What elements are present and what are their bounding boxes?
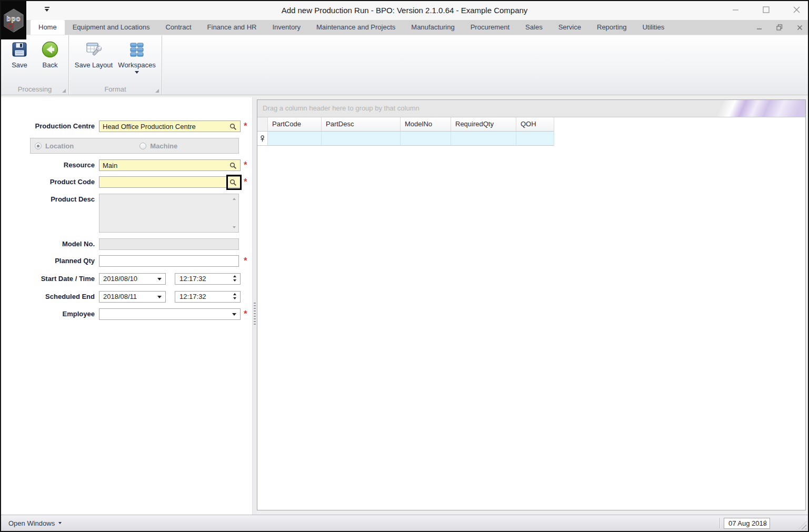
product-desc-label: Product Desc bbox=[1, 194, 95, 205]
planned-qty-field[interactable] bbox=[99, 255, 239, 267]
scheduled-end-date-value: 2018/08/11 bbox=[99, 292, 165, 302]
tab-maintenance-and-projects[interactable]: Maintenance and Projects bbox=[308, 20, 403, 35]
production-centre-input[interactable] bbox=[99, 121, 240, 132]
column-header-requiredqty[interactable]: RequiredQty bbox=[451, 117, 516, 132]
search-icon[interactable] bbox=[228, 178, 238, 187]
window-title: Add new Production Run - BPO: Version 2.… bbox=[1, 6, 808, 15]
tab-finance-and-hr[interactable]: Finance and HR bbox=[199, 20, 265, 35]
spin-down-icon[interactable] bbox=[233, 297, 236, 299]
workspaces-button[interactable]: Workspaces bbox=[115, 37, 158, 83]
tab-utilities[interactable]: Utilities bbox=[634, 20, 672, 35]
open-windows-label: Open Windows bbox=[8, 519, 55, 527]
filter-cell-partdesc[interactable] bbox=[322, 132, 401, 146]
mdi-close-icon[interactable] bbox=[797, 25, 803, 31]
machine-radio-label: Machine bbox=[150, 142, 177, 150]
production-centre-field[interactable] bbox=[99, 121, 241, 132]
required-marker: * bbox=[244, 308, 247, 320]
open-windows-button[interactable]: Open Windows bbox=[8, 519, 62, 527]
filter-row-indicator bbox=[257, 132, 268, 146]
column-header-modelno[interactable]: ModelNo bbox=[401, 117, 451, 132]
start-date-time-label: Start Date / Time bbox=[1, 273, 95, 285]
machine-radio[interactable]: Machine bbox=[139, 142, 177, 150]
status-date-value: 07 Aug 2018 bbox=[724, 518, 770, 528]
mdi-restore-icon[interactable] bbox=[776, 24, 783, 31]
tab-sales[interactable]: Sales bbox=[517, 20, 551, 35]
spin-up-icon[interactable] bbox=[764, 520, 767, 522]
start-time-spinner[interactable]: 12:17:32 bbox=[175, 273, 241, 285]
filter-cell-partcode[interactable] bbox=[268, 132, 322, 146]
chevron-down-icon[interactable] bbox=[157, 296, 162, 298]
tab-home[interactable]: Home bbox=[31, 20, 65, 35]
tab-contract[interactable]: Contract bbox=[157, 20, 199, 35]
radio-selected-icon bbox=[35, 143, 42, 149]
spin-up-icon[interactable] bbox=[233, 275, 236, 277]
tab-inventory[interactable]: Inventory bbox=[265, 20, 308, 35]
scheduled-end-time-value: 12:17:32 bbox=[175, 292, 240, 302]
location-radio[interactable]: Location bbox=[35, 142, 74, 150]
filter-cell-qoh[interactable] bbox=[516, 132, 554, 146]
grid-header-row: PartCode PartDesc ModelNo RequiredQty QO… bbox=[257, 117, 805, 132]
save-layout-button[interactable]: Save Layout bbox=[72, 37, 115, 83]
workspaces-dropdown-icon bbox=[135, 71, 139, 74]
svg-text:bpo: bpo bbox=[7, 15, 21, 23]
save-layout-icon bbox=[85, 40, 103, 59]
chevron-down-icon[interactable] bbox=[157, 278, 162, 280]
back-button[interactable]: Back bbox=[35, 37, 65, 83]
group-caption-processing: Processing bbox=[1, 84, 68, 95]
start-date-picker[interactable]: 2018/08/10 bbox=[99, 273, 166, 285]
resource-field[interactable] bbox=[99, 159, 241, 171]
column-header-partcode[interactable]: PartCode bbox=[268, 117, 322, 132]
filter-pin-icon bbox=[260, 135, 265, 142]
ribbon: Save Back Processing bbox=[1, 35, 808, 95]
model-no-field bbox=[99, 238, 239, 250]
save-floppy-icon bbox=[11, 40, 28, 59]
save-button[interactable]: Save bbox=[4, 37, 35, 83]
status-date-editor[interactable]: 07 Aug 2018 bbox=[724, 518, 770, 529]
column-header-partdesc[interactable]: PartDesc bbox=[322, 117, 401, 132]
ribbon-tab-row: Home Equipment and Locations Contract Fi… bbox=[1, 20, 808, 35]
filter-empty-area bbox=[554, 132, 805, 146]
column-header-qoh[interactable]: QOH bbox=[516, 117, 554, 132]
product-code-input[interactable] bbox=[99, 177, 240, 187]
group-by-bar[interactable]: Drag a column header here to group by th… bbox=[257, 100, 805, 117]
row-indicator-header bbox=[257, 117, 268, 132]
employee-dropdown[interactable] bbox=[99, 308, 241, 320]
minimize-button[interactable] bbox=[732, 5, 740, 14]
bpo-logo-icon: bpo bbox=[3, 8, 25, 33]
status-bar: Open Windows 07 Aug 2018 bbox=[1, 515, 808, 531]
resize-grip-icon[interactable] bbox=[798, 521, 806, 529]
scroll-up-icon[interactable] bbox=[233, 198, 236, 200]
filter-cell-modelno[interactable] bbox=[401, 132, 451, 146]
tab-manufacturing[interactable]: Manufacturing bbox=[403, 20, 462, 35]
product-code-field[interactable] bbox=[99, 176, 241, 188]
tab-reporting[interactable]: Reporting bbox=[589, 20, 634, 35]
chevron-down-icon bbox=[58, 522, 62, 524]
dialog-launcher-icon[interactable] bbox=[155, 89, 159, 93]
spin-down-icon[interactable] bbox=[764, 524, 767, 526]
planned-qty-input[interactable] bbox=[99, 256, 238, 266]
panel-splitter[interactable] bbox=[252, 97, 257, 515]
search-icon[interactable] bbox=[228, 161, 238, 170]
spin-up-icon[interactable] bbox=[233, 293, 236, 295]
mdi-minimize-icon[interactable] bbox=[756, 25, 762, 31]
location-machine-group: Location Machine bbox=[30, 138, 239, 154]
chevron-down-icon[interactable] bbox=[232, 313, 236, 316]
search-icon[interactable] bbox=[228, 122, 238, 132]
scroll-down-icon[interactable] bbox=[233, 226, 236, 228]
scheduled-end-date-picker[interactable]: 2018/08/11 bbox=[99, 291, 166, 303]
scheduled-end-time-spinner[interactable]: 12:17:32 bbox=[175, 291, 241, 303]
header-empty-area bbox=[554, 117, 805, 132]
quick-access-dropdown-icon[interactable] bbox=[43, 7, 51, 13]
dialog-launcher-icon[interactable] bbox=[62, 89, 66, 93]
resource-input[interactable] bbox=[99, 160, 240, 170]
required-marker: * bbox=[244, 255, 247, 267]
tab-procurement[interactable]: Procurement bbox=[463, 20, 517, 35]
spin-down-icon[interactable] bbox=[233, 279, 236, 282]
filter-cell-requiredqty[interactable] bbox=[451, 132, 516, 146]
start-time-value: 12:17:32 bbox=[175, 274, 240, 284]
tab-service[interactable]: Service bbox=[551, 20, 589, 35]
maximize-button[interactable] bbox=[762, 5, 770, 14]
tab-equipment-and-locations[interactable]: Equipment and Locations bbox=[65, 20, 158, 35]
close-button[interactable] bbox=[793, 5, 801, 14]
mdi-window-controls bbox=[756, 20, 803, 35]
